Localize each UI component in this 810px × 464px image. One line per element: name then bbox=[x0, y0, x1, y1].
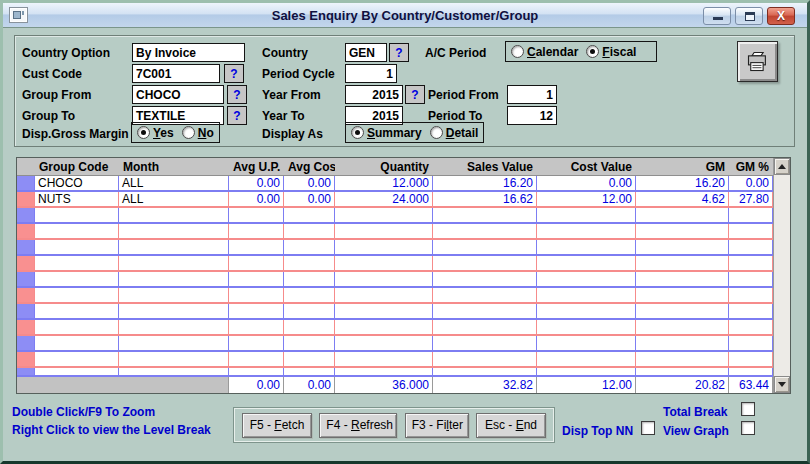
cell bbox=[537, 352, 636, 366]
totals-blank-area bbox=[17, 377, 229, 393]
column-header-gm: GM % bbox=[729, 160, 773, 174]
title-bar: Sales Enquiry By Country/Customer/Group … bbox=[3, 3, 807, 28]
cell bbox=[119, 336, 229, 350]
maximize-icon bbox=[745, 12, 755, 21]
table-row[interactable]: NUTSALL0.000.0024.00016.6212.004.6227.80 bbox=[17, 192, 773, 208]
cell bbox=[537, 272, 636, 286]
period-cycle-input[interactable]: 1 bbox=[345, 64, 397, 83]
cell bbox=[229, 224, 284, 238]
cell bbox=[284, 368, 335, 375]
cust-code-input[interactable]: 7C001 bbox=[132, 64, 220, 83]
table-row[interactable] bbox=[17, 272, 773, 288]
period-from-input[interactable]: 1 bbox=[507, 85, 557, 104]
end-button[interactable]: Esc - End bbox=[476, 413, 546, 438]
row-indicator bbox=[17, 288, 35, 302]
cell bbox=[229, 336, 284, 350]
table-row[interactable] bbox=[17, 368, 773, 375]
cell bbox=[119, 368, 229, 375]
fetch-button[interactable]: F5 - Fetch bbox=[242, 413, 312, 438]
column-header-avg-cost: Avg Cost bbox=[284, 160, 335, 174]
year-from-help-button[interactable]: ? bbox=[405, 85, 425, 104]
action-button-panel: F5 - FetchF4 - RefreshF3 - FilterEsc - E… bbox=[233, 407, 555, 443]
table-row[interactable] bbox=[17, 288, 773, 304]
year-from-input[interactable]: 2015 bbox=[345, 85, 403, 104]
window-icon[interactable] bbox=[9, 7, 28, 23]
row-indicator bbox=[17, 320, 35, 334]
row-indicator bbox=[17, 304, 35, 318]
group-from-input[interactable]: CHOCO bbox=[132, 85, 224, 104]
cell bbox=[119, 272, 229, 286]
cell bbox=[35, 320, 119, 334]
column-header-quantity: Quantity bbox=[335, 160, 433, 174]
row-indicator bbox=[17, 176, 35, 190]
column-header-avg-u-p: Avg U.P. bbox=[229, 160, 284, 174]
maximize-button[interactable] bbox=[735, 7, 763, 25]
cell bbox=[636, 352, 729, 366]
cell bbox=[284, 320, 335, 334]
cell bbox=[335, 224, 433, 238]
cell bbox=[229, 272, 284, 286]
table-row[interactable] bbox=[17, 208, 773, 224]
group-from-help-button[interactable]: ? bbox=[227, 85, 247, 104]
cell bbox=[537, 240, 636, 254]
filter-button[interactable]: F3 - Filter bbox=[405, 413, 469, 438]
total-break-checkbox[interactable] bbox=[741, 402, 755, 416]
display-as-label: Display As bbox=[262, 124, 323, 143]
table-row[interactable] bbox=[17, 336, 773, 352]
period-to-input[interactable]: 12 bbox=[507, 106, 557, 125]
cell bbox=[119, 352, 229, 366]
table-row[interactable]: CHOCOALL0.000.0012.00016.200.0016.200.00 bbox=[17, 176, 773, 192]
table-row[interactable] bbox=[17, 256, 773, 272]
scroll-up-button[interactable] bbox=[774, 158, 790, 175]
print-button[interactable] bbox=[737, 41, 778, 82]
cell bbox=[335, 352, 433, 366]
group-to-help-button[interactable]: ? bbox=[227, 106, 247, 125]
table-row[interactable] bbox=[17, 320, 773, 336]
cell bbox=[335, 256, 433, 270]
close-button[interactable]: X bbox=[767, 7, 795, 25]
cell bbox=[433, 304, 537, 318]
cell bbox=[729, 320, 773, 334]
refresh-button[interactable]: F4 - Refresh bbox=[319, 413, 397, 438]
radio-option-detail[interactable]: Detail bbox=[430, 126, 479, 140]
cell bbox=[335, 368, 433, 375]
cell bbox=[229, 352, 284, 366]
cell: 24.000 bbox=[335, 192, 433, 206]
table-row[interactable] bbox=[17, 240, 773, 256]
totals-cell: 32.82 bbox=[433, 377, 537, 393]
table-row[interactable] bbox=[17, 224, 773, 240]
cell bbox=[229, 256, 284, 270]
minimize-button[interactable] bbox=[703, 7, 731, 25]
cust-code-help-button[interactable]: ? bbox=[224, 64, 244, 83]
disp-top-nn-checkbox[interactable] bbox=[641, 421, 655, 435]
country-option-input[interactable]: By Invoice bbox=[132, 43, 245, 62]
cell bbox=[35, 368, 119, 375]
cell bbox=[636, 208, 729, 222]
period-to-label: Period To bbox=[428, 106, 482, 125]
radio-option-yes[interactable]: Yes bbox=[137, 126, 174, 140]
view-graph-checkbox[interactable] bbox=[741, 421, 755, 435]
radio-circle-calendar bbox=[511, 45, 524, 58]
cell: ALL bbox=[119, 192, 229, 206]
cell bbox=[636, 272, 729, 286]
ac-period-label: A/C Period bbox=[425, 43, 486, 62]
cell bbox=[229, 320, 284, 334]
totals-cell: 0.00 bbox=[284, 377, 335, 393]
table-row[interactable] bbox=[17, 304, 773, 320]
country-input[interactable]: GEN bbox=[345, 43, 387, 62]
cell bbox=[537, 368, 636, 375]
table-row[interactable] bbox=[17, 352, 773, 368]
cell: 0.00 bbox=[284, 176, 335, 190]
radio-label-summary: Summary bbox=[367, 126, 422, 140]
scroll-down-button[interactable] bbox=[774, 376, 790, 393]
row-indicator bbox=[17, 272, 35, 286]
radio-option-summary[interactable]: Summary bbox=[351, 126, 422, 140]
radio-option-calendar[interactable]: Calendar bbox=[511, 45, 578, 59]
period-from-label: Period From bbox=[428, 85, 499, 104]
vertical-scrollbar[interactable] bbox=[773, 158, 790, 393]
country-help-button[interactable]: ? bbox=[389, 43, 409, 62]
radio-option-fiscal[interactable]: Fiscal bbox=[586, 45, 636, 59]
cell bbox=[284, 256, 335, 270]
radio-option-no[interactable]: No bbox=[182, 126, 214, 140]
row-indicator bbox=[17, 368, 35, 375]
